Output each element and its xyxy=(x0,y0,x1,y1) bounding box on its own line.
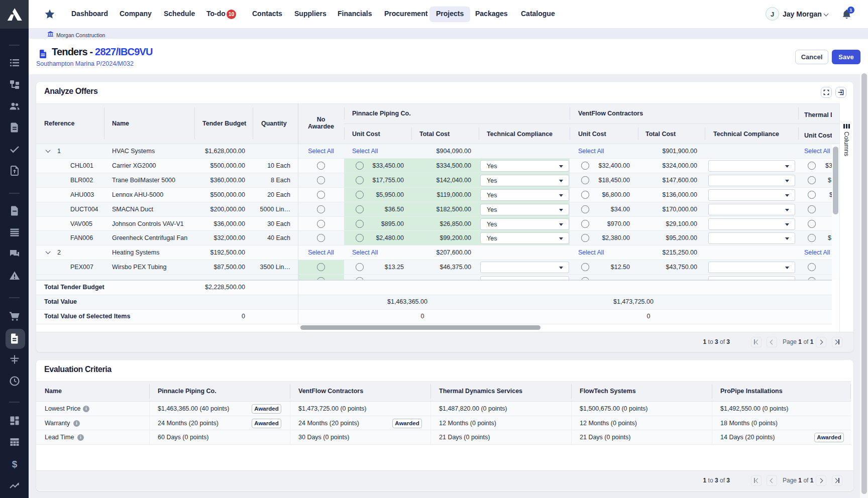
svg-text:$: $ xyxy=(12,459,18,469)
